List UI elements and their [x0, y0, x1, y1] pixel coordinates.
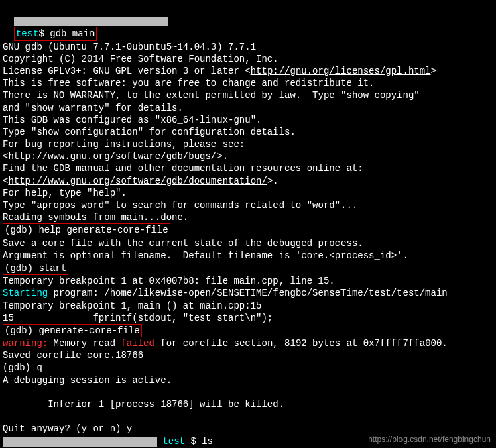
blank-2 — [3, 386, 493, 398]
license-pre: License GPLv3+: GNU GPL version 3 or lat… — [3, 66, 251, 76]
starting-rest: program: /home/likewise-open/SENSETIME/f… — [48, 288, 448, 298]
warn-mid: Memory read — [48, 338, 121, 349]
warning-line: warning: Memory read failed for corefile… — [3, 337, 493, 349]
help-0: For help, type "help". — [3, 187, 493, 199]
prompt-dir: test — [16, 28, 39, 39]
free-3: This GDB was configured as "x86_64-linux… — [3, 114, 493, 126]
gdb-banner-1: Copyright (C) 2014 Free Software Foundat… — [3, 53, 493, 65]
prompt-path-blank — [14, 17, 168, 26]
src-line: 15 fprintf(stdout, "test start\n"); — [3, 312, 493, 324]
gcf-desc-0: Save a core file with the current state … — [3, 237, 493, 249]
box-gcf[interactable]: (gdb) generate-core-file — [3, 324, 142, 337]
prompt-line-1[interactable]: test$ gdb main — [3, 3, 493, 41]
license-line: License GPLv3+: GNU GPL version 3 or lat… — [3, 65, 493, 77]
warn-failed: failed — [121, 338, 154, 349]
gcf-desc-1: Argument is optional filename. Default f… — [3, 249, 493, 262]
inferior-line: Inferior 1 [process 18766] will be kille… — [3, 398, 493, 410]
gdb-banner-0: GNU gdb (Ubuntu 7.7.1-0ubuntu5~14.04.3) … — [3, 41, 493, 53]
active-line: A debugging session is active. — [3, 374, 493, 386]
prompt2-cmd: $ ls — [185, 436, 213, 447]
box-help-gcf[interactable]: (gdb) help generate-core-file — [3, 223, 170, 237]
prompt-cmd: $ gdb main — [38, 28, 95, 39]
bugs-post: >. — [216, 151, 228, 162]
box-start[interactable]: (gdb) start — [3, 262, 68, 275]
warning-label: warning: — [3, 338, 48, 349]
tmp-bp: Temporary breakpoint 1 at 0x4007b8: file… — [3, 275, 493, 287]
prompt-path-blank-2 — [3, 437, 157, 447]
free-4: Type "show configuration" for configurat… — [3, 126, 493, 138]
license-url[interactable]: http://gnu.org/licenses/gpl.html — [251, 66, 431, 76]
docs-post: >. — [267, 176, 279, 186]
quit-cmd[interactable]: (gdb) q — [3, 361, 493, 374]
help-1: Type "apropos word" to search for comman… — [3, 199, 493, 211]
watermark: https://blog.csdn.net/fengbingchun — [368, 435, 491, 445]
starting-label: Starting — [3, 288, 48, 298]
saved-line: Saved corefile core.18766 — [3, 349, 493, 361]
box-start-row: (gdb) start — [3, 262, 493, 275]
warn-rest: for corefile section, 8192 bytes at 0x7f… — [155, 338, 448, 349]
box-gcf-row: (gdb) generate-core-file — [3, 324, 493, 337]
prompt2-dir: test — [157, 436, 185, 447]
free-5: For bug reporting instructions, please s… — [3, 138, 493, 150]
bugs-line: <http://www.gnu.org/software/gdb/bugs/>. — [3, 150, 493, 162]
free-1: There is NO WARRANTY, to the extent perm… — [3, 89, 493, 101]
box-help-gcf-row: (gdb) help generate-core-file — [3, 223, 493, 237]
license-post: > — [431, 66, 436, 76]
find-line: Find the GDB manual and other documentat… — [3, 162, 493, 174]
quit-question[interactable]: Quit anyway? (y or n) y — [3, 423, 493, 435]
starting-line: Starting program: /home/likewise-open/SE… — [3, 287, 493, 299]
free-2: and "show warranty" for details. — [3, 102, 493, 114]
box-gdb-main: test$ gdb main — [14, 27, 97, 40]
bugs-url[interactable]: http://www.gnu.org/software/gdb/bugs/ — [8, 151, 216, 162]
bp-hit: Temporary breakpoint 1, main () at main.… — [3, 300, 493, 312]
help-2: Reading symbols from main...done. — [3, 211, 493, 223]
free-0: This is free software: you are free to c… — [3, 77, 493, 89]
blank-3 — [3, 410, 493, 423]
docs-line: <http://www.gnu.org/software/gdb/documen… — [3, 175, 493, 187]
docs-url[interactable]: http://www.gnu.org/software/gdb/document… — [8, 176, 267, 186]
